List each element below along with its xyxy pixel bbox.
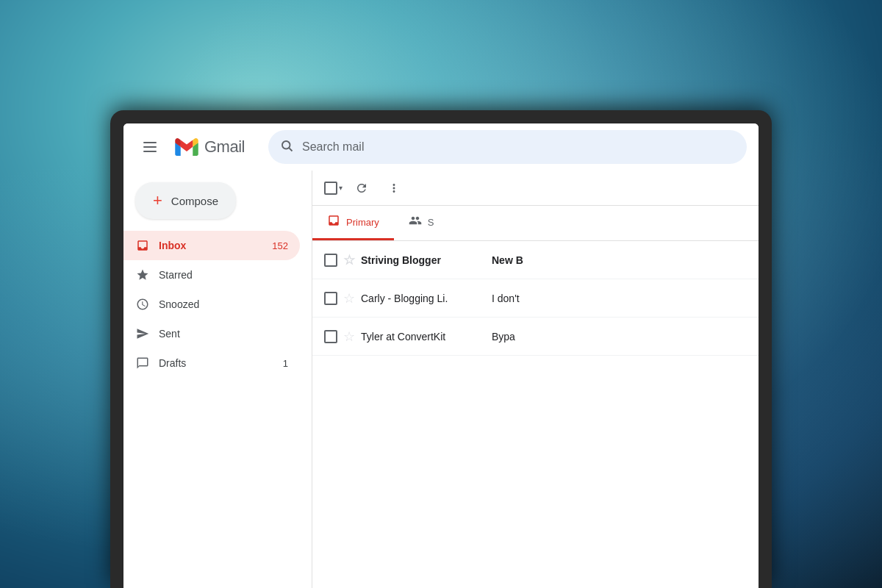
select-all-wrapper[interactable]: ▾ [324,182,343,195]
inbox-badge: 152 [272,240,288,251]
compose-label: Compose [171,195,218,207]
email-sender-1: Striving Blogger [361,254,486,266]
email-toolbar: ▾ [312,171,759,206]
screen: Gmail Search mail [123,123,759,588]
clock-icon [135,297,150,312]
snoozed-label: Snoozed [159,298,288,310]
hamburger-menu-button[interactable] [135,132,165,162]
email-subject-2: I don't [492,293,747,304]
sidebar: + Compose Inbox 152 [123,171,312,588]
gmail-wordmark: Gmail [204,137,245,157]
gmail-app: Gmail Search mail [123,123,759,588]
sidebar-item-drafts[interactable]: Drafts 1 [123,348,300,378]
sidebar-item-snoozed[interactable]: Snoozed [123,290,300,319]
email-area: ▾ [312,171,759,588]
social-tab-icon [409,214,422,230]
select-chevron-icon[interactable]: ▾ [339,184,343,192]
tab-primary[interactable]: Primary [312,206,394,240]
gmail-logo[interactable]: Gmail [173,134,245,160]
email-checkbox-1[interactable] [324,254,337,267]
laptop-frame: Gmail Search mail [110,110,772,588]
hamburger-line-3 [143,151,157,152]
email-checkbox-3[interactable] [324,330,337,343]
drafts-label: Drafts [159,357,274,369]
email-star-3[interactable]: ☆ [343,329,355,345]
email-row[interactable]: ☆ Carly - Blogging Li. I don't [312,279,759,318]
starred-label: Starred [159,269,288,281]
hamburger-line-1 [143,142,157,143]
select-all-checkbox[interactable] [324,182,337,195]
tab-social-label: S [428,217,434,228]
email-list: ☆ Striving Blogger New B ☆ Carly - Blogg… [312,241,759,588]
email-star-1[interactable]: ☆ [343,252,355,268]
svg-point-1 [282,141,290,149]
email-sender-3: Tyler at ConvertKit [361,331,486,343]
send-icon [135,326,150,341]
search-bar[interactable]: Search mail [268,130,747,164]
compose-button[interactable]: + Compose [135,182,236,219]
tab-social[interactable]: S [394,206,449,240]
inbox-label: Inbox [159,240,263,251]
inbox-icon [135,238,150,253]
email-checkbox-2[interactable] [324,292,337,305]
compose-plus-icon: + [153,193,162,209]
top-bar: Gmail Search mail [123,123,759,171]
gmail-m-svg [173,134,200,160]
svg-line-2 [289,148,292,151]
email-subject-3: Bypa [492,331,747,343]
draft-icon [135,356,150,370]
search-placeholder-text: Search mail [302,140,735,154]
tab-primary-label: Primary [346,217,379,228]
email-row[interactable]: ☆ Tyler at ConvertKit Bypa [312,318,759,356]
sent-label: Sent [159,328,288,340]
search-icon [280,139,293,156]
sidebar-item-inbox[interactable]: Inbox 152 [123,231,300,260]
main-content: + Compose Inbox 152 [123,171,759,588]
sidebar-item-sent[interactable]: Sent [123,319,300,348]
svg-marker-0 [180,140,193,151]
email-sender-2: Carly - Blogging Li. [361,293,486,304]
primary-tab-icon [327,214,340,230]
email-row[interactable]: ☆ Striving Blogger New B [312,241,759,279]
email-star-2[interactable]: ☆ [343,290,355,306]
sidebar-item-starred[interactable]: Starred [123,260,300,290]
email-subject-1: New B [492,254,747,266]
star-icon [135,268,150,282]
email-tabs: Primary S [312,206,759,241]
hamburger-line-2 [143,146,157,148]
refresh-button[interactable] [348,175,375,201]
more-options-button[interactable] [381,175,407,201]
drafts-badge: 1 [283,358,288,369]
